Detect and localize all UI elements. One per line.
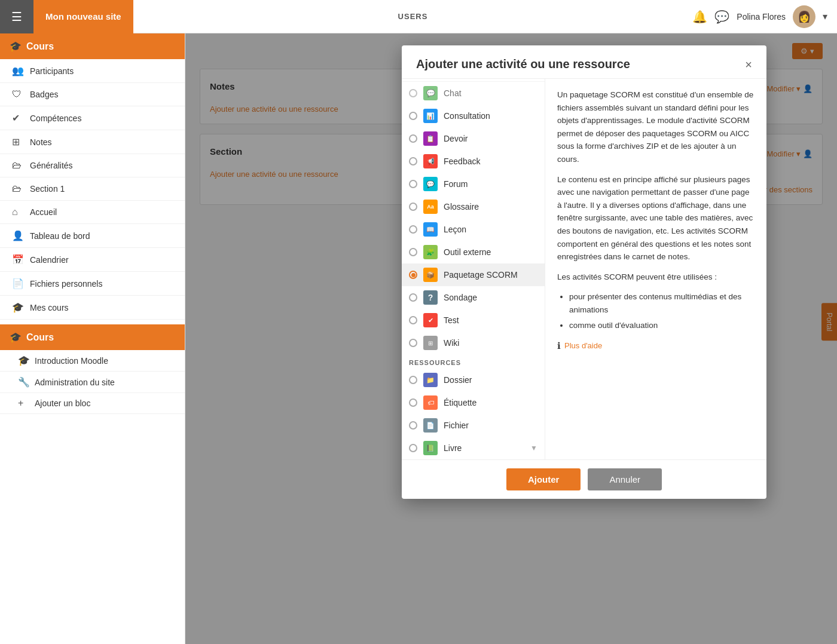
modal-item-forum[interactable]: 💬 Forum [402, 173, 545, 195]
sidebar-item-ajouter-bloc[interactable]: + Ajouter un bloc [0, 393, 185, 414]
fichiers-label: Fichiers personnels [30, 279, 102, 289]
description-para2: Le contenu est en principe affiché sur p… [557, 173, 754, 263]
sidebar-item-badges[interactable]: 🛡 Badges [0, 83, 185, 106]
sidebar-item-generalites[interactable]: 🗁 Généralités [0, 154, 185, 177]
sidebar-item-accueil[interactable]: ⌂ Accueil [0, 201, 185, 224]
resources-section-header: RESSOURCES [402, 354, 545, 369]
accueil-icon: ⌂ [12, 207, 24, 217]
modal-activities-list: 💬 Chat 📊 Consultation 📋 Devoir [402, 79, 545, 459]
description-bullets: pour présenter des contenus multimédias … [569, 290, 754, 332]
notification-icon[interactable]: 🔔 [692, 10, 707, 24]
sidebar: 🎓 Cours 👥 Participants 🛡 Badges ✔ Compét… [0, 33, 185, 644]
modal-item-dossier[interactable]: 📁 Dossier [402, 369, 545, 391]
livre-radio[interactable] [409, 444, 417, 452]
sidebar-item-admin-site[interactable]: 🔧 Administration du site [0, 372, 185, 393]
outil-externe-radio[interactable] [409, 248, 417, 256]
cours-label: Cours [26, 41, 54, 52]
sidebar-item-calendrier[interactable]: 📅 Calendrier [0, 248, 185, 272]
sidebar-item-intro-moodle[interactable]: 🎓 Introduction Moodle [0, 350, 185, 372]
avatar[interactable]: 👩 [793, 5, 815, 28]
mes-cours-label: Mes cours [30, 303, 69, 312]
intro-moodle-icon: 🎓 [18, 355, 30, 366]
sondage-radio[interactable] [409, 293, 417, 302]
wiki-icon: ⊞ [423, 336, 438, 350]
chat-radio[interactable] [409, 89, 417, 97]
info-icon: ℹ [557, 339, 561, 353]
messages-icon[interactable]: 💬 [714, 10, 729, 24]
calendrier-label: Calendrier [30, 255, 69, 265]
modal-item-glossaire[interactable]: Aa Glossaire [402, 195, 545, 218]
username-label: Polina Flores [737, 12, 786, 22]
feedback-label: Feedback [444, 157, 480, 166]
dossier-radio[interactable] [409, 376, 417, 384]
modal-item-lecon[interactable]: 📖 Leçon [402, 218, 545, 241]
feedback-radio[interactable] [409, 157, 417, 165]
modal-item-consultation[interactable]: 📊 Consultation [402, 105, 545, 127]
sidebar-item-tableau[interactable]: 👤 Tableau de bord [0, 224, 185, 248]
wiki-label: Wiki [444, 338, 459, 348]
participants-icon: 👥 [12, 65, 24, 76]
modal-item-chat[interactable]: 💬 Chat [402, 81, 545, 105]
modal-dialog: Ajouter une activité ou une ressource × … [402, 45, 766, 499]
sidebar-item-fichiers[interactable]: 📄 Fichiers personnels [0, 272, 185, 296]
generalites-icon: 🗁 [12, 160, 24, 171]
sondage-icon: ? [423, 290, 438, 305]
modal-close-button[interactable]: × [745, 59, 752, 70]
fichier-radio[interactable] [409, 421, 417, 430]
description-para1: Un paquetage SCORM est constitué d'un en… [557, 88, 754, 166]
lecon-icon: 📖 [423, 222, 438, 237]
devoir-radio[interactable] [409, 134, 417, 143]
glossaire-label: Glossaire [444, 202, 479, 211]
consultation-radio[interactable] [409, 112, 417, 120]
modal-item-paquetage-scorm[interactable]: 📦 Paquetage SCORM [402, 263, 545, 286]
modal-item-etiquette[interactable]: 🏷 Étiquette [402, 391, 545, 414]
modal-item-livre[interactable]: 📗 Livre ▼ [402, 437, 545, 459]
forum-icon: 💬 [423, 177, 438, 191]
modal-item-feedback[interactable]: 📢 Feedback [402, 150, 545, 173]
hamburger-icon: ☰ [11, 10, 22, 24]
modal-item-sondage[interactable]: ? Sondage [402, 286, 545, 309]
intro-moodle-label: Introduction Moodle [35, 356, 108, 366]
modal-item-wiki[interactable]: ⊞ Wiki [402, 332, 545, 354]
description-bullet2: comme outil d'évaluation [569, 319, 754, 332]
annuler-button[interactable]: Annuler [588, 468, 662, 490]
sidebar-item-notes[interactable]: ⊞ Notes [0, 130, 185, 154]
etiquette-radio[interactable] [409, 398, 417, 407]
devoir-label: Devoir [444, 134, 468, 143]
modal-item-devoir[interactable]: 📋 Devoir [402, 127, 545, 150]
modal-item-outil-externe[interactable]: 🧩 Outil externe [402, 241, 545, 263]
cours-header: 🎓 Cours [0, 33, 185, 59]
modal-item-fichier[interactable]: 📄 Fichier [402, 414, 545, 437]
etiquette-label: Étiquette [444, 398, 476, 407]
ajouter-button[interactable]: Ajouter [506, 468, 581, 490]
sondage-label: Sondage [444, 293, 477, 302]
glossaire-radio[interactable] [409, 203, 417, 211]
site-name[interactable]: Mon nouveau site [33, 0, 133, 33]
badges-icon: 🛡 [12, 89, 24, 100]
test-radio[interactable] [409, 316, 417, 324]
fichiers-icon: 📄 [12, 278, 24, 289]
outil-externe-label: Outil externe [444, 247, 491, 257]
sidebar-item-competences[interactable]: ✔ Compétences [0, 106, 185, 130]
help-link[interactable]: Plus d'aide [564, 340, 602, 352]
consultation-label: Consultation [444, 111, 490, 121]
lecon-radio[interactable] [409, 225, 417, 234]
menu-button[interactable]: ☰ [0, 0, 33, 33]
sidebar-item-participants[interactable]: 👥 Participants [0, 59, 185, 83]
wiki-radio[interactable] [409, 339, 417, 347]
feedback-icon: 📢 [423, 154, 438, 168]
modal-item-test[interactable]: ✔ Test [402, 309, 545, 332]
forum-radio[interactable] [409, 180, 417, 188]
sidebar-item-section1[interactable]: 🗁 Section 1 [0, 177, 185, 201]
dossier-icon: 📁 [423, 373, 438, 387]
fichier-icon: 📄 [423, 418, 438, 433]
livre-icon: 📗 [423, 441, 438, 455]
consultation-icon: 📊 [423, 109, 438, 123]
sidebar-item-mes-cours[interactable]: 🎓 Mes cours [0, 296, 185, 320]
dropdown-icon[interactable]: ▾ [823, 11, 827, 22]
notes-label: Notes [30, 137, 52, 147]
competences-icon: ✔ [12, 112, 24, 124]
paquetage-scorm-radio[interactable] [409, 271, 417, 279]
forum-label: Forum [444, 179, 468, 189]
lecon-label: Leçon [444, 225, 466, 234]
